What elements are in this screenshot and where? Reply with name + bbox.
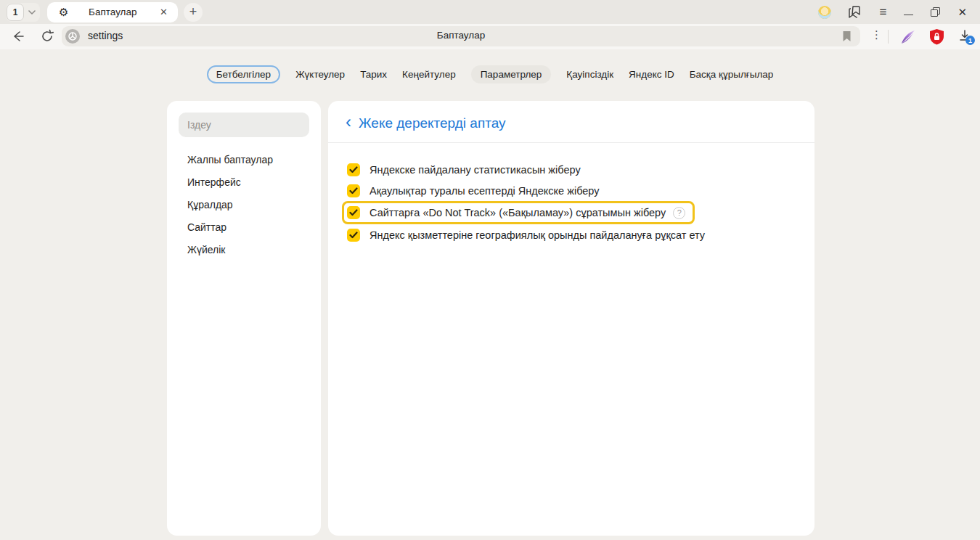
- tab-counter-dropdown[interactable]: 1: [6, 3, 40, 22]
- sidebar-item-sites[interactable]: Сайттар: [167, 216, 321, 238]
- adblock-shield-icon[interactable]: [929, 28, 944, 45]
- new-tab-button[interactable]: +: [184, 3, 203, 22]
- checkbox-label[interactable]: Сайттарға «Do Not Track» («Бақыламау») с…: [369, 207, 666, 218]
- menu-icon[interactable]: ≡: [880, 5, 887, 20]
- checkbox-checked-icon[interactable]: [347, 229, 360, 242]
- reload-icon[interactable]: [40, 29, 54, 44]
- search-input[interactable]: [179, 112, 309, 137]
- download-count-badge: 1: [965, 36, 975, 45]
- tab-strip: 1 ⚙ Баптаулар ✕ + ≡ ✕: [0, 0, 980, 24]
- nav-tab-security[interactable]: Қауіпсіздік: [566, 69, 613, 80]
- minimize-button[interactable]: [904, 9, 913, 16]
- tab-count-badge[interactable]: 1: [7, 4, 24, 21]
- checkbox-checked-icon[interactable]: [347, 206, 360, 219]
- checkbox-checked-icon[interactable]: [347, 163, 360, 176]
- close-window-button[interactable]: ✕: [957, 6, 967, 19]
- sidebar-item-general[interactable]: Жалпы баптаулар: [167, 148, 321, 171]
- nav-tab-extensions[interactable]: Кеңейтулер: [402, 69, 456, 80]
- checkbox-checked-icon[interactable]: [347, 184, 360, 197]
- sidebar-list: Жалпы баптаулар Интерфейс Құралдар Сайтт…: [167, 148, 321, 261]
- sidebar-item-interface[interactable]: Интерфейс: [167, 171, 321, 193]
- address-bar[interactable]: settings Баптаулар: [62, 26, 860, 46]
- collections-icon[interactable]: [849, 6, 862, 18]
- settings-nav-tabs: Бетбелгілер Жүктеулер Тарих Кеңейтулер П…: [0, 65, 980, 83]
- checkbox-label[interactable]: Ақаулықтар туралы есептерді Яндекске жіб…: [369, 185, 600, 197]
- window-controls: ≡ ✕: [818, 5, 968, 20]
- nav-tab-settings[interactable]: Параметрлер: [471, 65, 552, 83]
- more-options-icon[interactable]: ⋮: [871, 28, 882, 41]
- tab-close-icon[interactable]: ✕: [157, 5, 171, 19]
- tab-title: Баптаулар: [68, 7, 157, 17]
- toolbar-divider: [888, 30, 889, 44]
- section-heading: Жеке деректерді аптау: [359, 115, 506, 131]
- header-divider: [328, 142, 814, 143]
- checkbox-row-crash-reports: Ақаулықтар туралы есептерді Яндекске жіб…: [328, 180, 814, 201]
- profile-avatar[interactable]: [818, 6, 831, 19]
- help-icon[interactable]: ?: [673, 207, 685, 219]
- checkbox-row-geolocation: Яндекс қызметтеріне географиялық орынды …: [328, 224, 814, 245]
- checkbox-label[interactable]: Яндекске пайдалану статистикасын жіберу: [369, 164, 581, 176]
- section-back-link[interactable]: ‹ Жеке деректерді аптау: [346, 113, 506, 133]
- privacy-checkbox-list: Яндекске пайдалану статистикасын жіберу …: [328, 159, 814, 245]
- feather-extension-icon[interactable]: [900, 29, 916, 45]
- nav-tab-yandex-id[interactable]: Яндекс ID: [629, 69, 674, 80]
- bookmark-icon[interactable]: [842, 30, 852, 42]
- nav-tab-other-devices[interactable]: Басқа құрылғылар: [690, 69, 774, 80]
- gear-icon: ⚙: [59, 7, 68, 17]
- nav-tab-bookmarks[interactable]: Бетбелгілер: [207, 65, 280, 83]
- back-chevron-icon: ‹: [346, 113, 351, 133]
- settings-page: Бетбелгілер Жүктеулер Тарих Кеңейтулер П…: [0, 49, 980, 540]
- nav-tab-history[interactable]: Тарих: [360, 69, 387, 80]
- checkbox-label[interactable]: Яндекс қызметтеріне географиялық орынды …: [369, 229, 705, 241]
- toolbar: settings Баптаулар ⋮ 1: [0, 24, 980, 49]
- chevron-down-icon: [28, 10, 36, 15]
- checkbox-row-usage-stats: Яндекске пайдалану статистикасын жіберу: [328, 159, 814, 180]
- tab-settings[interactable]: ⚙ Баптаулар ✕: [47, 2, 178, 22]
- settings-sidebar: Жалпы баптаулар Интерфейс Құралдар Сайтт…: [167, 101, 321, 536]
- nav-tab-downloads[interactable]: Жүктеулер: [295, 69, 345, 80]
- main-header: ‹ Жеке деректерді аптау: [328, 101, 814, 133]
- settings-main-panel: ‹ Жеке деректерді аптау Яндекске пайдала…: [328, 101, 814, 536]
- checkbox-row-do-not-track: Сайттарға «Do Not Track» («Бақыламау») с…: [342, 201, 695, 224]
- restore-button[interactable]: [931, 7, 940, 17]
- page-title: Баптаулар: [62, 30, 860, 41]
- sidebar-item-tools[interactable]: Құралдар: [167, 193, 321, 216]
- sidebar-item-system[interactable]: Жүйелік: [167, 238, 321, 261]
- back-icon[interactable]: [11, 29, 25, 44]
